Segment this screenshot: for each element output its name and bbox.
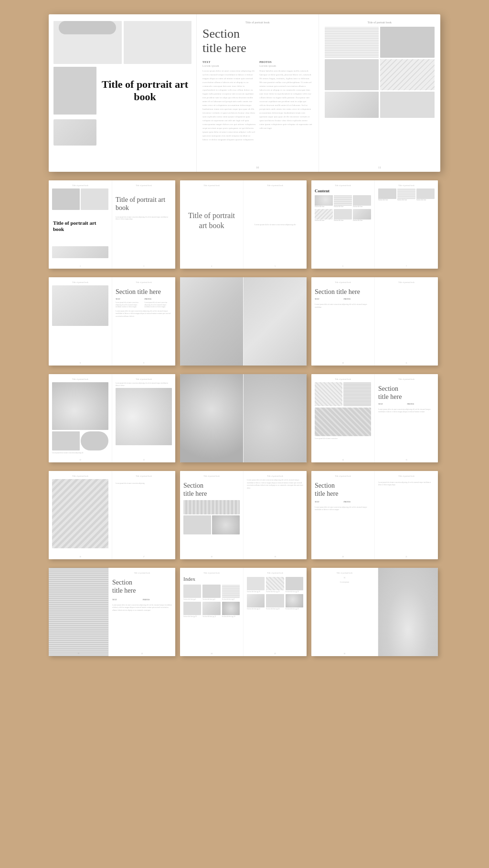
row2-s3-left-pagenum: 10 — [342, 362, 344, 364]
text-label: TEXTLorem ipsum — [202, 60, 255, 68]
row1-s2-left-header: Title of portrait book — [183, 184, 240, 187]
row4-s2-bottom-imgs — [183, 515, 240, 534]
row2-s1-left: Title of portrait book 8 — [49, 277, 112, 366]
row1-s1-right-header: Title of portrait book — [116, 184, 172, 187]
row1-s2-right-pagenum: 5 — [275, 265, 276, 267]
spread-text-col: TEXTLorem ipsum Lorem ipsum dolor sit am… — [202, 60, 255, 142]
content-thumb-4 — [315, 209, 333, 220]
row4-s3-right-header: Title of portrait book — [378, 475, 435, 477]
row3-s3-col1: TEXT — [378, 403, 406, 407]
row5-s1-city-img: 22 — [49, 568, 108, 656]
hero-wavy-image — [53, 119, 96, 146]
row3-s2-spheres-img — [244, 374, 307, 462]
row5-s1-cols: TEXT PHOTOS — [112, 599, 172, 602]
row5-s2-left: Title of portrait book Index Section tit… — [180, 568, 244, 656]
row1-s3-right: Title of portrait book Section title her… — [375, 180, 438, 269]
row4-s1-left: Title of portrait book 16 — [49, 471, 112, 559]
row5-s1-col1-label: TEXT — [112, 599, 141, 601]
row3-s3-right: Title of portrait book Sectiontitle here… — [375, 374, 438, 462]
row3-s1-right-pagenum: 13 — [143, 459, 145, 461]
hero-image-capsule-bg — [53, 21, 122, 64]
row2-s1-body: Lorem ipsum dolor sit amet consectetur a… — [116, 310, 172, 318]
row3-spread1: Title of portrait book Lorem ipsum dolor… — [49, 374, 175, 462]
content-item-2: Section title here — [334, 195, 352, 208]
row2-s1-col2-label: PHOTOS — [145, 298, 172, 301]
row3-s3-col2: PHOTOS — [407, 403, 435, 407]
content-item-3: Section title here — [353, 195, 371, 208]
row2-s1-col2: PHOTOS Lorem ipsum dolor sit amet consec… — [145, 298, 172, 308]
index-item-12: Section title here pg 26 — [286, 594, 303, 610]
row3-s3-texture-img — [343, 382, 371, 406]
photos-label: PHOTOSLorem ipsum — [259, 60, 312, 68]
content-item-8: Section title here — [397, 188, 415, 201]
content-item-7: Section title here — [378, 188, 396, 201]
index-label-7: Section title here pg 16 — [247, 591, 265, 593]
index-thumb-5 — [202, 602, 220, 615]
hero-capsule-shape — [59, 21, 116, 34]
row2-s3-col1-label: TEXT — [315, 298, 342, 301]
row2-s3-col2-label: PHOTOS — [344, 298, 372, 301]
hero-right-spread: Title of portrait book Sectiontitle here… — [197, 14, 440, 172]
index-item-7: Section title here pg 16 — [247, 577, 265, 593]
row1-s1-right-title-area: Title of portrait art book — [116, 196, 172, 212]
row1-s2-right-content: Lorem ipsum dolor sit amet consectetur a… — [247, 188, 303, 261]
row5-s1-col2-label: PHOTOS — [143, 599, 172, 601]
row2-s3-right-header: Title of portrait book — [378, 281, 435, 283]
index-thumb-11 — [266, 594, 284, 607]
row4-s3-right-imgs — [378, 479, 435, 480]
row2-s3-left-header: Title of portrait book — [315, 281, 371, 283]
row5-s1-left: 22 — [49, 568, 109, 656]
row1-s2-left: Title of portrait book Title of portrait… — [180, 180, 244, 269]
row4-s3-right: Title of portrait book Lorem ipsum dolor… — [375, 471, 438, 559]
row1-s1-img1 — [52, 188, 80, 210]
page-num-right: 11 — [378, 166, 381, 169]
row2-spread2 — [180, 277, 307, 366]
row5-s1-section-title: Sectiontitle here — [112, 579, 172, 595]
row3-s3-right-body: Lorem ipsum dolor sit amet consectetur a… — [378, 408, 435, 414]
row2-s1-right: Title of portrait book Section title her… — [112, 277, 175, 366]
spread-photos-col: PHOTOSLorem ipsum Etiam habebis sem dica… — [259, 60, 312, 142]
row1-s1-title: Title of portrait art book — [53, 220, 108, 245]
row3-s1-right: Title of portrait book Lorem ipsum dolor… — [112, 374, 175, 462]
row2-s3-section-title: Section title here — [315, 288, 371, 296]
row2-s3-col1: TEXT — [315, 298, 342, 302]
row1-s1-img-bottom: Title of portrait art book — [52, 211, 108, 245]
body-text-left: Lorem ipsum dolor sit amet consectetur a… — [202, 69, 255, 142]
index-thumb-4 — [183, 602, 201, 615]
index-grid-right: Section title here pg 16 Section title h… — [247, 577, 303, 610]
row1-s1-right: Title of portrait book Title of portrait… — [112, 180, 175, 269]
index-title: Index — [183, 576, 240, 582]
row3-s3-cubes-img2 — [315, 408, 371, 436]
row1-s1-right-title: Title of portrait art book — [116, 196, 172, 212]
row5-s3-section-num: 01 — [315, 577, 374, 580]
row5-spread1: 22 Title of portrait book Sectiontitle h… — [49, 568, 175, 656]
row2-s3-left: Title of portrait book Section title her… — [311, 277, 375, 366]
content-thumb-7 — [378, 188, 396, 199]
row5-s1-right: Title of portrait book Sectiontitle here… — [109, 568, 175, 656]
index-thumb-1 — [183, 585, 201, 598]
image-stair — [380, 59, 435, 90]
row1-s2-title: Title of portrait art book — [183, 211, 240, 231]
image-strip-bottom — [325, 92, 435, 118]
row3-s2-left — [180, 374, 244, 462]
content-label-2: Section title here — [334, 206, 352, 208]
content-thumb-3 — [353, 195, 371, 206]
row4-s2-left-header: Title of portrait book — [183, 475, 240, 477]
content-label: Content — [315, 188, 371, 193]
row2-s1-left-pagenum: 8 — [80, 362, 81, 364]
index-label-1: Section title here pg 4 — [183, 598, 201, 600]
row2-s2-fullbleed-left — [180, 277, 243, 366]
row4-s2-section-title: Sectiontitle here — [183, 482, 240, 498]
content-label-5: Section title here — [334, 220, 352, 222]
row5-s3-info: Lorem ipsum — [315, 581, 374, 584]
spread-left-header: Title of portrait book — [202, 21, 313, 24]
row1-s1-img-top — [52, 188, 108, 210]
hero-section-title: Sectiontitle here — [202, 27, 313, 55]
row2-s1-col2-body: Lorem ipsum dolor sit amet consectetur a… — [145, 302, 172, 308]
row1-s3-left-pagenum: 6 — [342, 265, 343, 267]
row5-spread3: Title of portrait book 01 Lorem ipsum 26 — [311, 568, 438, 656]
row3-spread3: Title of portrait book Lorem ipsum dolor… — [311, 374, 438, 462]
row4-s2-grid-img1 — [183, 500, 240, 514]
row3-s1-right-header: Title of portrait book — [116, 378, 172, 380]
row1-s2-body: Lorem ipsum dolor sit amet consectetur a… — [254, 223, 296, 226]
